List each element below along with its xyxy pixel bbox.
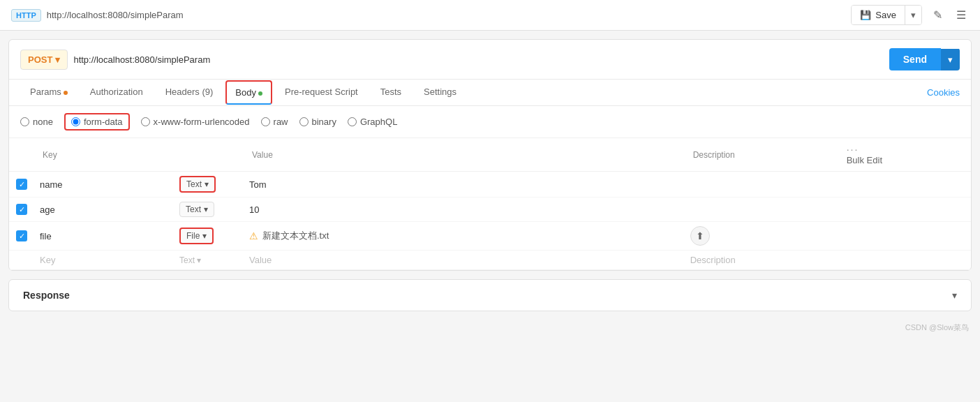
response-title: Response — [23, 290, 70, 301]
tab-authorization[interactable]: Authorization — [80, 80, 153, 105]
row2-type-cell: Text ▾ — [174, 198, 244, 222]
title-bar-right: 💾 Save ▾ ✎ ☰ — [851, 5, 969, 25]
tabs-left: Params Authorization Headers (9) Body Pr… — [20, 80, 466, 105]
url-bar: POST ▾ Send ▾ — [9, 40, 971, 80]
row3-type-chevron-icon: ▾ — [202, 231, 207, 241]
radio-raw[interactable]: raw — [261, 117, 288, 127]
send-button[interactable]: Send — [889, 48, 941, 70]
tabs-bar: Params Authorization Headers (9) Body Pr… — [9, 80, 971, 106]
main-panel: POST ▾ Send ▾ Params Authorization Heade… — [8, 39, 972, 271]
row2-value[interactable]: 10 — [244, 198, 685, 222]
row2-key[interactable]: age — [34, 198, 174, 222]
row2-type-chevron-icon: ▾ — [204, 204, 208, 214]
add-row-description[interactable]: Description — [685, 251, 838, 270]
response-chevron-icon[interactable]: ▾ — [952, 290, 957, 301]
send-dropdown-button[interactable]: ▾ — [941, 49, 960, 70]
th-value: Value — [244, 138, 685, 172]
row3-upload-cell: ⬆ — [685, 222, 838, 251]
row3-type-select[interactable]: File ▾ — [179, 228, 214, 244]
th-description: Description — [685, 138, 838, 172]
row1-checkbox-cell: ✓ — [9, 172, 34, 198]
table-row: ✓ age Text ▾ 10 — [9, 198, 971, 222]
th-type — [174, 138, 244, 172]
tab-params[interactable]: Params — [20, 80, 77, 105]
response-header: Response ▾ — [9, 280, 971, 311]
row1-type-cell: Text ▾ — [174, 172, 244, 198]
row2-checkbox-cell: ✓ — [9, 198, 34, 222]
th-bulk-edit: ··· Bulk Edit — [838, 138, 971, 172]
edit-icon-button[interactable]: ✎ — [930, 6, 945, 24]
row1-type-select[interactable]: Text ▾ — [179, 176, 216, 193]
row3-checkbox[interactable]: ✓ — [16, 230, 27, 241]
save-button-group[interactable]: 💾 Save ▾ — [851, 5, 922, 25]
row1-key[interactable]: name — [34, 172, 174, 198]
title-bar-left: HTTP http://localhost:8080/simpleParam — [11, 9, 184, 22]
th-checkbox — [9, 138, 34, 172]
row2-description[interactable] — [685, 198, 838, 222]
add-row-type-chevron-icon: ▾ — [197, 255, 201, 265]
row3-type-cell: File ▾ — [174, 222, 244, 251]
file-value-container: ⚠ 新建文本文档.txt — [249, 230, 679, 242]
warning-icon: ⚠ — [249, 230, 258, 241]
radio-graphql[interactable]: GraphQL — [348, 117, 397, 127]
radio-none[interactable]: none — [20, 117, 53, 127]
row2-checkbox[interactable]: ✓ — [16, 204, 27, 215]
radio-binary[interactable]: binary — [299, 117, 336, 127]
send-button-group: Send ▾ — [889, 48, 960, 70]
add-row-checkbox — [9, 251, 34, 270]
row1-extra — [838, 172, 971, 198]
form-table: Key Value Description ··· Bulk Edit ✓ na… — [9, 138, 971, 270]
method-chevron-icon: ▾ — [55, 54, 60, 65]
row2-extra — [838, 198, 971, 222]
bulk-edit-button[interactable]: Bulk Edit — [847, 155, 963, 165]
row2-type-select[interactable]: Text ▾ — [179, 202, 214, 217]
row3-key[interactable]: file — [34, 222, 174, 251]
three-dots-icon: ··· — [847, 144, 859, 155]
tab-headers[interactable]: Headers (9) — [156, 80, 223, 105]
params-dot — [64, 91, 68, 95]
table-row: ✓ file File ▾ ⚠ 新建文本文档.txt ⬆ — [9, 222, 971, 251]
http-badge: HTTP — [11, 9, 41, 22]
add-row: Key Text ▾ Value Description — [9, 251, 971, 270]
response-section: Response ▾ — [8, 279, 972, 311]
add-row-value[interactable]: Value — [244, 251, 685, 270]
table-row: ✓ name Text ▾ Tom — [9, 172, 971, 198]
note-icon-button[interactable]: ☰ — [953, 6, 969, 24]
title-bar: HTTP http://localhost:8080/simpleParam 💾… — [0, 0, 980, 31]
body-dot — [258, 91, 262, 96]
tab-body[interactable]: Body — [225, 80, 272, 105]
tab-settings[interactable]: Settings — [414, 80, 466, 105]
row1-type-chevron-icon: ▾ — [205, 179, 209, 189]
add-row-key[interactable]: Key — [34, 251, 174, 270]
save-icon: 💾 — [860, 10, 871, 20]
add-row-extra — [838, 251, 971, 270]
file-name: 新建文本文档.txt — [262, 230, 329, 242]
body-type-bar: none form-data x-www-form-urlencoded raw… — [9, 106, 971, 138]
method-select[interactable]: POST ▾ — [20, 50, 68, 70]
upload-icon[interactable]: ⬆ — [690, 226, 710, 246]
cookies-link[interactable]: Cookies — [927, 87, 960, 98]
row1-value[interactable]: Tom — [244, 172, 685, 198]
radio-urlencoded[interactable]: x-www-form-urlencoded — [141, 117, 250, 127]
title-url: http://localhost:8080/simpleParam — [47, 10, 184, 20]
save-dropdown-button[interactable]: ▾ — [905, 6, 921, 24]
add-row-type: Text ▾ — [174, 251, 244, 270]
th-key: Key — [34, 138, 174, 172]
save-button[interactable]: 💾 Save — [852, 6, 905, 24]
row1-description[interactable] — [685, 172, 838, 198]
url-input[interactable] — [73, 50, 883, 69]
row1-checkbox[interactable]: ✓ — [16, 179, 27, 190]
radio-form-data[interactable]: form-data — [64, 113, 130, 131]
table-header-row: Key Value Description ··· Bulk Edit — [9, 138, 971, 172]
row3-extra — [838, 222, 971, 251]
tab-prerequest[interactable]: Pre-request Script — [275, 80, 368, 105]
tab-tests[interactable]: Tests — [371, 80, 411, 105]
watermark: CSDN @Slow菜鸟 — [0, 320, 980, 338]
row3-value: ⚠ 新建文本文档.txt — [244, 222, 685, 251]
row3-checkbox-cell: ✓ — [9, 222, 34, 251]
